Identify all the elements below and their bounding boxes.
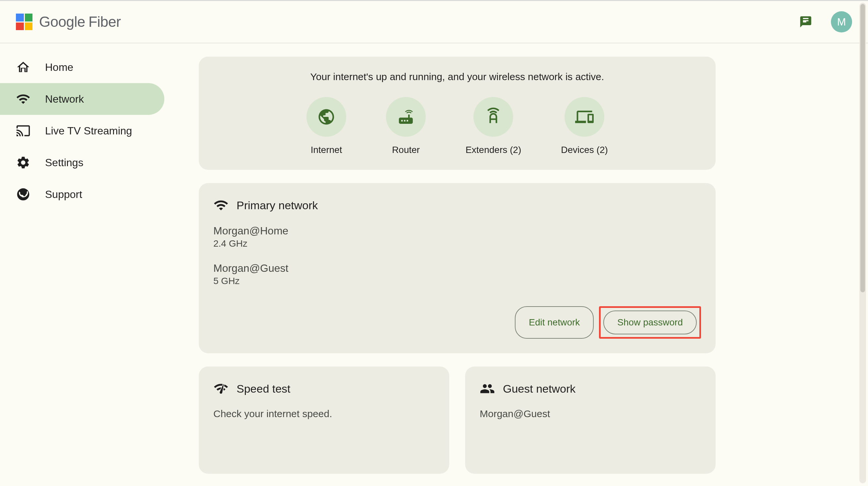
status-item-internet[interactable]: Internet [306, 97, 346, 155]
guest-network-name: Morgan@Guest [480, 408, 701, 419]
guest-network-title: Guest network [503, 382, 576, 395]
status-label: Router [392, 145, 420, 155]
sidebar-item-label: Live TV Streaming [45, 125, 132, 137]
avatar[interactable]: M [831, 11, 852, 32]
primary-network-title: Primary network [237, 199, 318, 212]
sidebar-item-live-tv[interactable]: Live TV Streaming [0, 115, 164, 147]
status-label: Internet [311, 145, 342, 155]
network-name: Morgan@Home [213, 225, 701, 237]
devices-icon [575, 107, 594, 126]
sidebar-item-home[interactable]: Home [0, 51, 164, 83]
status-card: Your internet's up and running, and your… [199, 57, 716, 170]
network-band: 5 GHz [213, 276, 701, 286]
brand-google-text: Google [39, 13, 85, 30]
guest-network-card: Guest network Morgan@Guest . . [465, 366, 716, 474]
speed-test-card: Speed test Check your internet speed. . [199, 366, 449, 474]
sidebar-item-support[interactable]: Support [0, 179, 164, 210]
speed-test-title: Speed test [237, 382, 290, 395]
sidebar-item-label: Home [45, 61, 73, 73]
sidebar-item-label: Support [45, 188, 82, 201]
sidebar: Home Network Live TV Streaming Settings … [0, 43, 186, 210]
network-entry: Morgan@Home 2.4 GHz [213, 225, 701, 249]
status-label: Extenders (2) [465, 145, 521, 155]
network-entry: Morgan@Guest 5 GHz [213, 262, 701, 286]
main-content: Your internet's up and running, and your… [186, 43, 729, 474]
sidebar-item-settings[interactable]: Settings [0, 147, 164, 179]
speed-icon [213, 381, 228, 396]
network-name: Morgan@Guest [213, 262, 701, 274]
status-label: Devices (2) [561, 145, 608, 155]
globe-icon [317, 107, 336, 126]
wifi-icon [16, 92, 30, 106]
scrollbar-thumb[interactable] [860, 4, 865, 292]
avatar-letter: M [837, 16, 846, 28]
show-password-button[interactable]: Show password [603, 311, 697, 334]
extender-icon [484, 107, 503, 126]
sidebar-item-label: Network [45, 93, 84, 105]
status-item-extenders[interactable]: Extenders (2) [465, 97, 521, 155]
edit-network-button[interactable]: Edit network [515, 306, 594, 339]
primary-network-card: Primary network Morgan@Home 2.4 GHz Morg… [199, 183, 716, 353]
network-band: 2.4 GHz [213, 238, 701, 249]
gear-icon [16, 155, 30, 170]
sidebar-item-network[interactable]: Network [0, 83, 164, 115]
fiber-logo-icon [16, 13, 32, 30]
app-header: Google Fiber M [0, 1, 868, 43]
status-item-devices[interactable]: Devices (2) [561, 97, 608, 155]
wifi-icon [213, 198, 228, 213]
cast-icon [16, 124, 30, 138]
home-icon [16, 60, 30, 74]
chat-icon[interactable] [799, 15, 812, 29]
sidebar-item-label: Settings [45, 157, 84, 169]
status-message: Your internet's up and running, and your… [213, 71, 701, 83]
status-item-router[interactable]: Router [386, 97, 426, 155]
brand[interactable]: Google Fiber [16, 13, 121, 30]
speed-test-body: Check your internet speed. [213, 408, 435, 419]
support-icon [16, 187, 30, 202]
group-icon [480, 381, 495, 396]
scrollbar[interactable] [859, 3, 866, 483]
router-icon [397, 107, 415, 126]
brand-fiber-text: Fiber [89, 13, 121, 30]
highlight-annotation: Show password [599, 306, 701, 339]
